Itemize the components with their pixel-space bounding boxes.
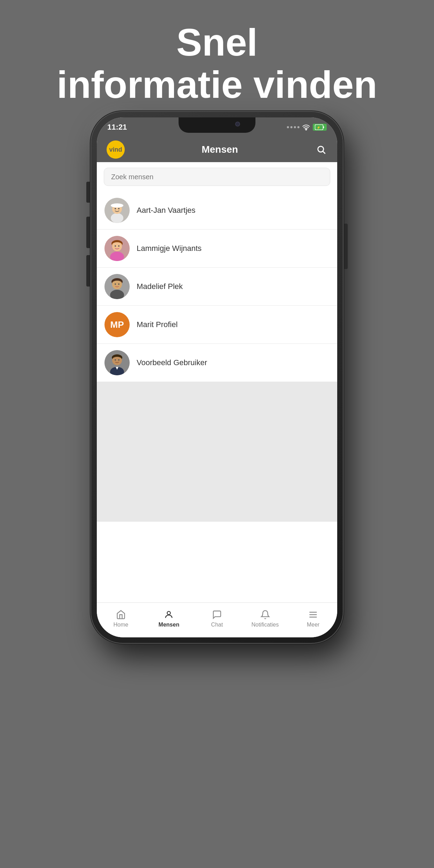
search-icon-button[interactable] xyxy=(315,143,327,156)
meer-label: Meer xyxy=(307,622,319,628)
person-name: Aart-Jan Vaartjes xyxy=(137,206,195,215)
list-item[interactable]: Aart-Jan Vaartjes xyxy=(97,191,337,230)
list-item[interactable]: Voorbeeld Gebruiker xyxy=(97,344,337,382)
chat-icon xyxy=(211,609,223,620)
svg-point-25 xyxy=(115,283,116,285)
signal-icon xyxy=(287,126,299,128)
phone-screen: 11:21 xyxy=(97,117,337,637)
mensen-label: Mensen xyxy=(159,622,180,628)
chat-label: Chat xyxy=(211,622,223,628)
volume-down-button xyxy=(86,255,90,287)
list-item[interactable]: MP Marit Profiel xyxy=(97,306,337,344)
wifi-icon xyxy=(302,124,310,130)
svg-point-7 xyxy=(111,213,123,223)
list-item[interactable]: Lammigje Wijnants xyxy=(97,230,337,268)
search-input[interactable] xyxy=(104,168,330,186)
meer-icon xyxy=(308,609,319,620)
home-label: Home xyxy=(113,622,128,628)
svg-point-0 xyxy=(306,129,307,130)
svg-point-4 xyxy=(318,146,324,152)
front-camera xyxy=(235,122,240,126)
app-header: vind Mensen xyxy=(97,137,337,162)
volume-up-button xyxy=(86,217,90,248)
battery-icon: ⚡ xyxy=(313,124,327,131)
search-bar xyxy=(97,162,337,191)
phone-outer: 11:21 xyxy=(91,112,343,643)
mensen-icon xyxy=(163,609,174,620)
person-name: Marit Profiel xyxy=(137,320,178,329)
header-title: Snel informatie vinden xyxy=(0,21,434,106)
bottom-nav: Home Mensen xyxy=(97,602,337,637)
app-title: Mensen xyxy=(202,144,238,155)
svg-point-17 xyxy=(112,242,122,248)
status-icons: ⚡ xyxy=(287,124,327,131)
page-header: Snel informatie vinden xyxy=(0,0,434,120)
empty-content-area xyxy=(97,382,337,522)
person-name: Lammigje Wijnants xyxy=(137,244,202,253)
svg-point-11 xyxy=(115,208,116,209)
person-name: Voorbeeld Gebruiker xyxy=(137,358,207,367)
svg-point-19 xyxy=(118,245,120,247)
avatar xyxy=(104,350,130,375)
svg-point-24 xyxy=(112,281,122,286)
list-item[interactable]: Madelief Plek xyxy=(97,268,337,306)
app-content: Aart-Jan Vaartjes xyxy=(97,162,337,602)
nav-item-home[interactable]: Home xyxy=(97,609,145,628)
nav-item-meer[interactable]: Meer xyxy=(289,609,337,628)
avatar: MP xyxy=(104,312,130,337)
app-logo: vind xyxy=(107,140,125,159)
notificaties-label: Notificaties xyxy=(251,622,279,628)
people-list: Aart-Jan Vaartjes xyxy=(97,191,337,382)
svg-point-35 xyxy=(167,611,171,614)
nav-item-chat[interactable]: Chat xyxy=(193,609,241,628)
status-time: 11:21 xyxy=(107,123,127,132)
svg-text:⚡: ⚡ xyxy=(317,125,321,130)
svg-point-34 xyxy=(118,359,120,361)
svg-point-18 xyxy=(115,245,116,247)
svg-rect-10 xyxy=(111,204,123,207)
nav-item-notificaties[interactable]: Notificaties xyxy=(241,609,289,628)
svg-point-33 xyxy=(115,359,116,361)
svg-point-26 xyxy=(118,283,120,285)
svg-point-12 xyxy=(118,208,120,209)
phone-frame: 11:21 xyxy=(91,112,343,643)
avatar xyxy=(104,198,130,223)
home-icon xyxy=(115,609,126,620)
notch xyxy=(179,117,255,133)
svg-point-32 xyxy=(113,357,122,362)
notificaties-icon xyxy=(260,609,271,620)
avatar xyxy=(104,274,130,299)
power-button xyxy=(344,224,348,269)
person-name: Madelief Plek xyxy=(137,282,183,291)
mute-button xyxy=(86,182,90,203)
avatar xyxy=(104,236,130,261)
nav-item-mensen[interactable]: Mensen xyxy=(145,609,193,628)
svg-line-5 xyxy=(323,151,325,153)
